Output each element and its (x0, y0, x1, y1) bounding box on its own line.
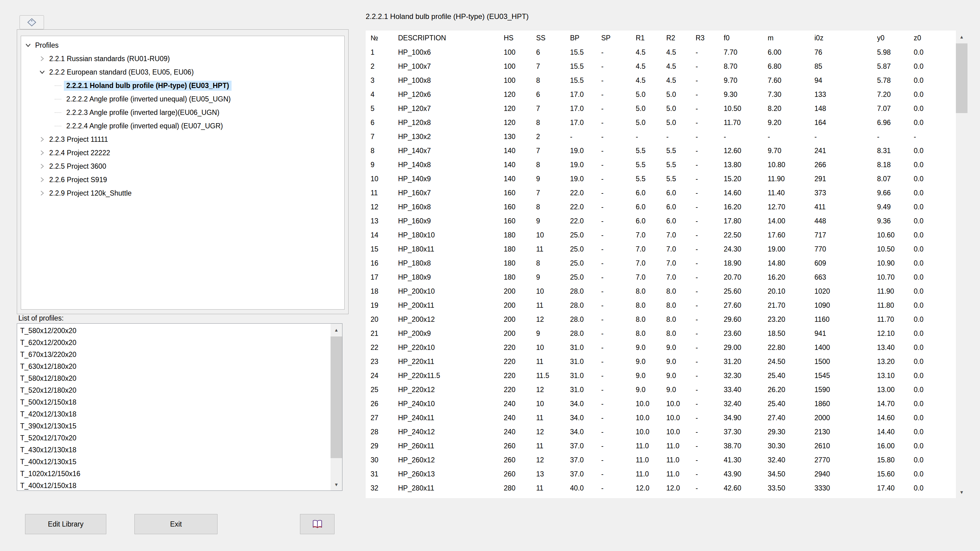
list-item[interactable]: T_580x12/180x20 (20, 373, 328, 384)
tree-item-label[interactable]: 2.2.3 Project 11111 (47, 134, 111, 145)
table-row[interactable]: 2HP_100x7100715.5-4.54.5-8.706.80855.870… (366, 59, 956, 73)
column-header-13[interactable]: z0 (914, 34, 953, 42)
table-row[interactable]: 6HP_120x8120817.0-5.05.0-11.709.201646.9… (366, 116, 956, 130)
list-item[interactable]: T_520x12/170x20 (20, 432, 328, 444)
tree-item[interactable]: 2.2.9 Project 120k_Shuttle (21, 186, 344, 200)
tree-item[interactable]: 2.2.2.2 Angle profile (inverted unequal)… (21, 92, 344, 106)
column-header-3[interactable]: SS (536, 34, 570, 42)
tree-item-label[interactable]: 2.2.2.3 Angle profile (inverted large)(E… (64, 108, 222, 118)
scroll-down-button[interactable]: ▼ (956, 486, 967, 498)
tree-item-label[interactable]: 2.2.2 European standard (EU03, EU05, EU0… (47, 67, 196, 77)
list-item[interactable]: T_580x12/200x20 (20, 325, 328, 337)
tree-item[interactable]: Profiles (21, 38, 344, 52)
tree-item-label[interactable]: 2.2.2.1 Holand bulb profile (HP-type) (E… (64, 81, 232, 91)
table-row[interactable]: 18HP_200x102001028.0-8.08.0-25.6020.1010… (366, 284, 956, 298)
table-row[interactable]: 19HP_200x112001128.0-8.08.0-27.6021.7010… (366, 298, 956, 312)
chevron-right-icon[interactable] (38, 162, 47, 170)
column-header-2[interactable]: HS (504, 34, 536, 42)
chevron-right-icon[interactable] (38, 176, 47, 184)
list-item[interactable]: T_430x12/130x18 (20, 444, 328, 456)
table-row[interactable]: 14HP_180x101801025.0-7.07.0-22.5017.6071… (366, 228, 956, 242)
library-book-button[interactable] (300, 514, 334, 534)
tree-item-label[interactable]: 2.2.5 Project 3600 (47, 161, 109, 172)
table-row[interactable]: 26HP_240x102401034.0-10.010.0-32.4025.40… (366, 397, 956, 411)
list-item[interactable]: T_520x12/180x20 (20, 384, 328, 397)
table-row[interactable]: 32HP_280x112801140.0-12.012.0-42.6033.50… (366, 481, 956, 495)
tree-item-label[interactable]: 2.2.1 Russian standards (RU01-RU09) (47, 54, 172, 64)
column-header-6[interactable]: R1 (636, 34, 666, 42)
column-header-4[interactable]: BP (570, 34, 601, 42)
list-item[interactable]: T_400x12/130x15 (20, 456, 328, 468)
tree-item-label[interactable]: 2.2.4 Project 22222 (47, 148, 113, 158)
tag-button[interactable] (19, 15, 44, 29)
exit-button[interactable]: Exit (134, 514, 218, 534)
table-row[interactable]: 16HP_180x8180825.0-7.07.0-18.9014.806091… (366, 256, 956, 270)
table-row[interactable]: 10HP_140x9140919.0-5.55.5-15.2011.902918… (366, 172, 956, 186)
table-row[interactable]: 17HP_180x9180925.0-7.07.0-20.7016.206631… (366, 270, 956, 284)
chevron-down-icon[interactable] (24, 41, 33, 49)
tree-item[interactable]: 2.2.1 Russian standards (RU01-RU09) (21, 52, 344, 65)
scrollbar-thumb[interactable] (956, 43, 967, 113)
table-row[interactable]: 23HP_220x112201131.0-9.09.0-31.2024.5015… (366, 355, 956, 369)
table-row[interactable]: 7HP_130x21302---------- (366, 130, 956, 143)
table-row[interactable]: 21HP_200x9200928.0-8.08.0-23.6018.509411… (366, 326, 956, 341)
list-item[interactable]: T_420x12/130x18 (20, 408, 328, 420)
tree-item[interactable]: 2.2.3 Project 11111 (21, 133, 344, 146)
table-row[interactable]: 5HP_120x7120717.0-5.05.0-10.508.201487.0… (366, 102, 956, 116)
tree-item[interactable]: 2.2.2.3 Angle profile (inverted large)(E… (21, 106, 344, 119)
tree-item[interactable]: 2.2.6 Project S919 (21, 173, 344, 186)
table-row[interactable]: 4HP_120x6120617.0-5.05.0-9.307.301337.20… (366, 88, 956, 102)
scroll-up-button[interactable]: ▲ (956, 30, 967, 43)
column-header-12[interactable]: y0 (877, 34, 914, 42)
tree-item-label[interactable]: Profiles (33, 40, 61, 51)
column-header-1[interactable]: DESCRIPTION (398, 34, 504, 42)
tree-item-label[interactable]: 2.2.2.4 Angle profile (inverted equal) (… (64, 121, 226, 131)
list-item[interactable]: T_1020x12/150x16 (20, 468, 328, 480)
table-row[interactable]: 27HP_240x112401134.0-10.010.0-34.9027.40… (366, 411, 956, 425)
chevron-right-icon[interactable] (38, 189, 47, 197)
column-header-8[interactable]: R3 (695, 34, 724, 42)
table-row[interactable]: 30HP_260x122601237.0-11.011.0-41.3032.40… (366, 453, 956, 467)
table-row[interactable]: 11HP_160x7160722.0-6.06.0-14.6011.403739… (366, 186, 956, 200)
chevron-right-icon[interactable] (38, 55, 47, 63)
table-row[interactable]: 28HP_240x122401234.0-10.010.0-37.3029.30… (366, 425, 956, 439)
tree-item-label[interactable]: 2.2.9 Project 120k_Shuttle (47, 188, 134, 198)
table-row[interactable]: 9HP_140x8140819.0-5.55.5-13.8010.802668.… (366, 158, 956, 172)
table-row[interactable]: 24HP_220x11.522011.531.0-9.09.0-32.3025.… (366, 369, 956, 382)
table-row[interactable]: 3HP_100x8100815.5-4.54.5-9.707.60945.780… (366, 73, 956, 88)
scrollbar-thumb[interactable] (331, 336, 342, 458)
list-item[interactable]: T_400x12/150x18 (20, 480, 328, 490)
tree-item-label[interactable]: 2.2.6 Project S919 (47, 175, 109, 185)
table-row[interactable]: 25HP_220x122201231.0-9.09.0-33.4026.2015… (366, 382, 956, 397)
column-header-11[interactable]: i0z (815, 34, 877, 42)
table-row[interactable]: 31HP_260x132601337.0-11.011.0-43.9034.50… (366, 467, 956, 481)
table-row[interactable]: 15HP_180x111801125.0-7.07.0-24.3019.0077… (366, 242, 956, 256)
list-item[interactable]: T_670x13/220x20 (20, 349, 328, 361)
column-header-7[interactable]: R2 (666, 34, 695, 42)
table-row[interactable]: 29HP_260x112601137.0-11.011.0-38.7030.30… (366, 439, 956, 453)
column-header-9[interactable]: f0 (724, 34, 768, 42)
table-scrollbar[interactable]: ▲ ▼ (956, 30, 967, 498)
listbox-scrollbar[interactable]: ▲ ▼ (331, 323, 342, 490)
tree-item[interactable]: 2.2.2.4 Angle profile (inverted equal) (… (21, 119, 344, 133)
list-item[interactable]: T_390x12/130x15 (20, 420, 328, 432)
list-item[interactable]: T_630x12/180x20 (20, 361, 328, 373)
tree-item[interactable]: 2.2.2.1 Holand bulb profile (HP-type) (E… (21, 79, 344, 92)
scroll-up-button[interactable]: ▲ (331, 323, 342, 336)
list-item[interactable]: T_620x12/200x20 (20, 337, 328, 349)
tree-item[interactable]: 2.2.2 European standard (EU03, EU05, EU0… (21, 65, 344, 79)
table-row[interactable]: 13HP_160x9160922.0-6.06.0-17.8014.004489… (366, 214, 956, 228)
tree-item[interactable]: 2.2.4 Project 22222 (21, 146, 344, 159)
list-item[interactable]: T_500x12/150x18 (20, 397, 328, 408)
tree-item[interactable]: 2.2.5 Project 3600 (21, 159, 344, 173)
table-row[interactable]: 8HP_140x7140719.0-5.55.5-12.609.702418.3… (366, 143, 956, 158)
chevron-down-icon[interactable] (38, 68, 47, 76)
scroll-down-button[interactable]: ▼ (331, 478, 342, 490)
table-row[interactable]: 1HP_100x6100615.5-4.54.5-7.706.00765.980… (366, 45, 956, 59)
column-header-10[interactable]: m (768, 34, 815, 42)
column-header-5[interactable]: SP (601, 34, 636, 42)
table-row[interactable]: 22HP_220x102201031.0-9.09.0-29.0022.8014… (366, 341, 956, 355)
column-header-0[interactable]: № (371, 34, 398, 42)
edit-library-button[interactable]: Edit Library (25, 514, 106, 534)
table-row[interactable]: 20HP_200x122001228.0-8.08.0-29.6023.2011… (366, 312, 956, 326)
